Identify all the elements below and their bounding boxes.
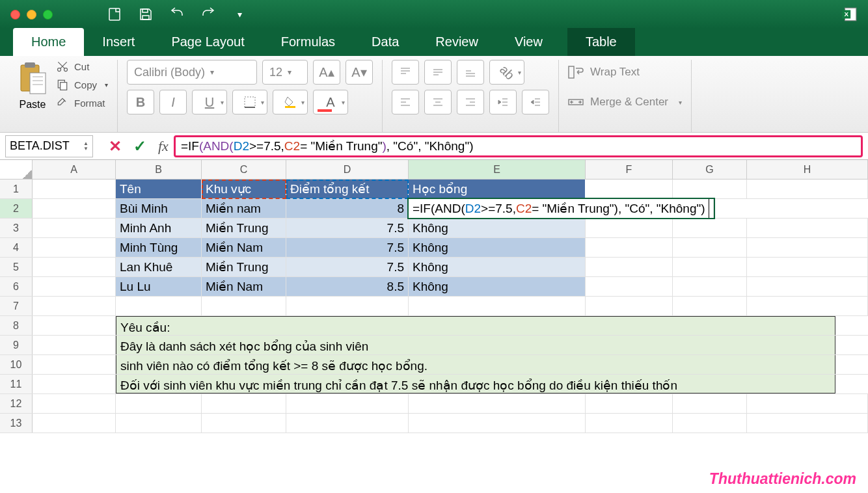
cell-c2[interactable]: Miền nam xyxy=(202,199,286,218)
font-color-button[interactable]: A xyxy=(313,90,348,114)
format-painter-button[interactable]: Format xyxy=(56,96,108,109)
cell-b1[interactable]: Tên xyxy=(116,180,202,198)
col-header-d[interactable]: D xyxy=(286,160,409,179)
wrap-text-button[interactable]: Wrap Text xyxy=(568,60,640,85)
name-box[interactable]: BETA.DIST ▲▼ xyxy=(5,135,93,157)
tab-formulas[interactable]: Formulas xyxy=(263,28,353,56)
cell-d6[interactable]: 8.5 xyxy=(286,277,409,296)
col-header-c[interactable]: C xyxy=(202,160,286,179)
cell-g1[interactable] xyxy=(673,180,747,198)
row-header-10[interactable]: 10 xyxy=(0,355,33,374)
cell-e1[interactable]: Học bổng xyxy=(409,180,586,198)
align-bottom-button[interactable] xyxy=(457,60,484,85)
cell-c3[interactable]: Miền Trung xyxy=(202,219,286,237)
cell-d5[interactable]: 7.5 xyxy=(286,258,409,276)
col-header-e[interactable]: E xyxy=(409,160,586,179)
row-header-6[interactable]: 6 xyxy=(0,277,33,296)
row-header-5[interactable]: 5 xyxy=(0,258,33,276)
cut-button[interactable]: Cut xyxy=(56,60,108,73)
cell-b2[interactable]: Bùi Minh xyxy=(116,199,202,218)
borders-button[interactable] xyxy=(232,90,267,114)
paste-button[interactable]: Paste xyxy=(17,60,48,111)
tab-view[interactable]: View xyxy=(496,28,561,56)
row-header-3[interactable]: 3 xyxy=(0,219,33,237)
note-line-3[interactable]: sinh viên nào có điểm tổng kết >= 8 sẽ đ… xyxy=(116,355,835,374)
cell-e2-editing[interactable]: =IF(AND(D2>=7.5,C2= "Miền Trung"), "Có",… xyxy=(409,199,714,218)
cell-e5[interactable]: Không xyxy=(409,258,586,276)
cell-a1[interactable] xyxy=(33,180,116,198)
formula-input[interactable]: =IF(AND(D2>=7.5,C2= "Miền Trung"), "Có",… xyxy=(174,135,863,157)
align-middle-button[interactable] xyxy=(424,60,452,85)
cell-c4[interactable]: Miền Nam xyxy=(202,238,286,257)
undo-icon[interactable] xyxy=(167,5,187,24)
italic-button[interactable]: I xyxy=(159,90,187,114)
orientation-button[interactable]: ab xyxy=(489,60,524,85)
cell-e3[interactable]: Không xyxy=(409,219,586,237)
cell-b5[interactable]: Lan Khuê xyxy=(116,258,202,276)
col-header-g[interactable]: G xyxy=(673,160,747,179)
decrease-font-button[interactable]: A▾ xyxy=(346,60,373,85)
fill-color-button[interactable] xyxy=(273,90,308,114)
select-all-corner[interactable] xyxy=(0,160,33,179)
decrease-indent-button[interactable] xyxy=(489,90,517,114)
font-name-combo[interactable]: Calibri (Body)▾ xyxy=(127,60,257,85)
cell-b4[interactable]: Minh Tùng xyxy=(116,238,202,257)
minimize-window-button[interactable] xyxy=(27,10,36,20)
tab-page-layout[interactable]: Page Layout xyxy=(153,28,262,56)
note-line-2[interactable]: Đây là danh sách xét học bổng của sinh v… xyxy=(116,336,835,354)
bold-button[interactable]: B xyxy=(127,90,154,114)
cell-c6[interactable]: Miền Nam xyxy=(202,277,286,296)
align-top-button[interactable] xyxy=(392,60,419,85)
namebox-stepper[interactable]: ▲▼ xyxy=(83,141,88,152)
save-icon[interactable] xyxy=(136,5,156,24)
maximize-window-button[interactable] xyxy=(43,10,53,20)
qat-dropdown-icon[interactable]: ▾ xyxy=(230,5,249,24)
redo-icon[interactable] xyxy=(198,5,218,24)
cell-d3[interactable]: 7.5 xyxy=(286,219,409,237)
align-left-button[interactable] xyxy=(392,90,419,114)
tab-insert[interactable]: Insert xyxy=(84,28,153,56)
cell-b6[interactable]: Lu Lu xyxy=(116,277,202,296)
row-header-4[interactable]: 4 xyxy=(0,238,33,257)
row-header-9[interactable]: 9 xyxy=(0,336,33,354)
col-header-f[interactable]: F xyxy=(586,160,673,179)
cell-c5[interactable]: Miền Trung xyxy=(202,258,286,276)
row-header-2[interactable]: 2 xyxy=(0,199,33,218)
cell-d1[interactable]: Điểm tổng kết xyxy=(286,180,409,198)
tab-home[interactable]: Home xyxy=(13,28,84,56)
cell-b3[interactable]: Minh Anh xyxy=(116,219,202,237)
col-header-b[interactable]: B xyxy=(116,160,202,179)
row-header-8[interactable]: 8 xyxy=(0,316,33,335)
row-header-7[interactable]: 7 xyxy=(0,297,33,315)
align-right-button[interactable] xyxy=(457,90,484,114)
copy-button[interactable]: Copy▾ xyxy=(56,78,108,91)
increase-indent-button[interactable] xyxy=(522,90,549,114)
row-header-11[interactable]: 11 xyxy=(0,375,33,393)
cell-d4[interactable]: 7.5 xyxy=(286,238,409,257)
tab-data[interactable]: Data xyxy=(353,28,417,56)
cell-c1[interactable]: Khu vực xyxy=(202,180,286,198)
cell-f1[interactable] xyxy=(586,180,673,198)
col-header-a[interactable]: A xyxy=(33,160,116,179)
fx-icon[interactable]: fx xyxy=(158,138,169,155)
note-line-4[interactable]: Đối với sinh viên khu vực miền trung chỉ… xyxy=(116,375,835,393)
row-header-1[interactable]: 1 xyxy=(0,180,33,198)
merge-center-button[interactable]: Merge & Center▾ xyxy=(568,90,682,114)
accept-formula-button[interactable]: ✓ xyxy=(133,137,146,155)
note-line-1[interactable]: Yêu cầu: xyxy=(116,316,835,335)
cancel-formula-button[interactable]: ✕ xyxy=(109,137,122,155)
col-header-h[interactable]: H xyxy=(747,160,868,179)
cell-h1[interactable] xyxy=(747,180,868,198)
cell-a2[interactable] xyxy=(33,199,116,218)
tab-table[interactable]: Table xyxy=(567,28,635,56)
underline-button[interactable]: U xyxy=(192,90,227,114)
cell-d2[interactable]: 8 xyxy=(286,199,409,218)
close-window-button[interactable] xyxy=(10,10,20,20)
new-file-icon[interactable] xyxy=(105,5,124,24)
increase-font-button[interactable]: A▴ xyxy=(313,60,340,85)
tab-review[interactable]: Review xyxy=(417,28,496,56)
row-header-12[interactable]: 12 xyxy=(0,394,33,413)
cell-e4[interactable]: Không xyxy=(409,238,586,257)
font-size-combo[interactable]: 12▾ xyxy=(262,60,308,85)
align-center-button[interactable] xyxy=(424,90,452,114)
